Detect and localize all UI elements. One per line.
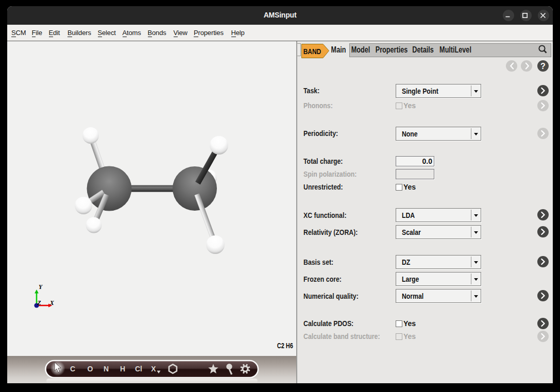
svg-text:?: ?	[540, 62, 546, 71]
svg-text:H: H	[120, 365, 125, 373]
svg-text:Y: Y	[39, 284, 43, 290]
svg-text:X: X	[49, 300, 54, 306]
svg-text:X: X	[151, 365, 156, 373]
svg-text:BAND: BAND	[303, 47, 321, 56]
svg-text:Z: Z	[37, 300, 41, 306]
svg-text:N: N	[104, 365, 109, 373]
svg-text:O: O	[88, 365, 93, 373]
svg-text:C: C	[70, 365, 75, 373]
svg-text:Cl: Cl	[135, 365, 142, 373]
